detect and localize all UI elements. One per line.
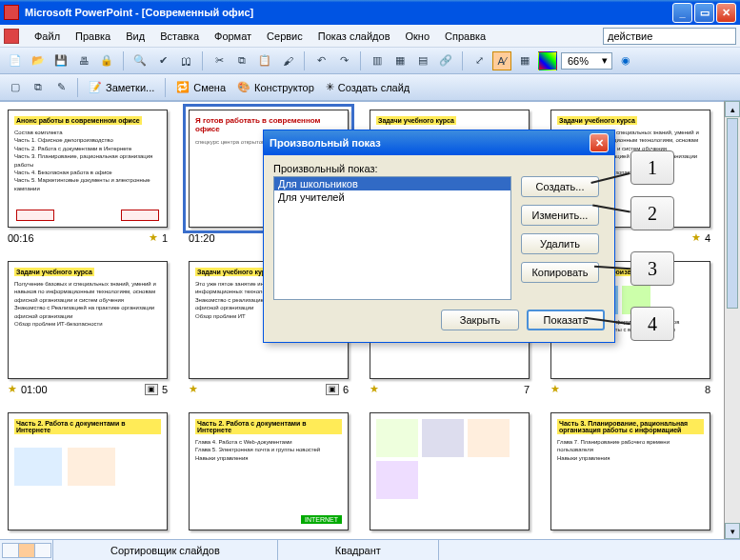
window-titlebar: Microsoft PowerPoint - [Современный офис… — [0, 0, 740, 25]
copy-icon[interactable]: ⧉ — [232, 51, 251, 70]
status-bar: Сортировщик слайдов Квадрант — [0, 539, 740, 560]
status-segment: Сортировщик слайдов — [53, 540, 278, 560]
show-button[interactable]: Показать — [527, 310, 605, 330]
table-icon[interactable]: ▦ — [390, 51, 410, 70]
menu-tools[interactable]: Сервис — [259, 28, 310, 45]
menu-bar: Файл Правка Вид Вставка Формат Сервис По… — [0, 25, 740, 48]
help-search-input[interactable] — [603, 28, 736, 45]
hyperlink-icon[interactable]: 🔗 — [436, 51, 455, 70]
callout-3: 3 — [630, 251, 674, 286]
callout-1: 1 — [630, 150, 674, 185]
expand-icon[interactable]: ⤢ — [470, 51, 489, 70]
slide-number: 8 — [705, 384, 710, 395]
menu-slideshow[interactable]: Показ слайдов — [310, 28, 398, 45]
menu-view[interactable]: Вид — [118, 28, 152, 45]
transition-label: Смена — [193, 82, 226, 93]
notes-button[interactable]: 📝 Заметки... — [85, 79, 158, 95]
animation-icon: ★ — [149, 231, 158, 244]
slide-number: 1 — [162, 232, 168, 244]
menu-file[interactable]: Файл — [27, 28, 68, 45]
new-icon[interactable]: 📄 — [6, 51, 25, 70]
designer-button[interactable]: 🎨 Конструктор — [233, 79, 318, 95]
delete-button[interactable]: Удалить — [521, 233, 599, 254]
paste-icon[interactable]: 📋 — [255, 51, 274, 70]
sorter-view-button[interactable] — [18, 543, 35, 558]
zoom-combo[interactable]: 66%▾ — [561, 52, 612, 70]
slide-thumbnail[interactable]: Часть 3. Планирование, рациональная орга… — [550, 412, 710, 530]
tables-borders-icon[interactable]: ▤ — [413, 51, 432, 70]
menu-edit[interactable]: Правка — [68, 28, 118, 45]
spellcheck-icon[interactable]: ✔ — [153, 51, 172, 70]
undo-icon[interactable]: ↶ — [311, 51, 330, 70]
hide-slide-icon[interactable]: ▢ — [6, 78, 25, 97]
open-icon[interactable]: 📂 — [29, 51, 48, 70]
slide-number: 5 — [162, 384, 168, 395]
slide-thumbnail[interactable]: Задачи учебного курсаПолучение базовых и… — [8, 261, 168, 395]
menu-help[interactable]: Справка — [437, 28, 493, 45]
animation-icon: ★ — [550, 383, 560, 395]
scroll-up-icon[interactable]: ▴ — [725, 101, 740, 117]
slide-title: Часть 2. Работа с документами в Интернет… — [14, 419, 161, 434]
normal-view-button[interactable] — [2, 543, 19, 558]
slide-time: 01:00 — [21, 384, 48, 395]
animation-icon: ★ — [189, 383, 198, 395]
copy-button[interactable]: Копировать — [521, 262, 599, 283]
slide-number: 6 — [343, 384, 349, 395]
scroll-down-icon[interactable]: ▾ — [725, 523, 740, 539]
slide-thumbnail[interactable]: Часть 2. Работа с документами в Интернет… — [8, 412, 168, 530]
permission-icon[interactable]: 🔒 — [97, 51, 116, 70]
summary-icon[interactable]: ✎ — [51, 78, 70, 97]
status-segment: Квадрант — [278, 540, 439, 560]
custom-show-listbox[interactable]: Для школьников Для учителей — [273, 176, 511, 300]
maximize-button[interactable]: ▭ — [694, 3, 714, 23]
designer-label: Конструктор — [254, 82, 314, 93]
menu-window[interactable]: Окно — [398, 28, 438, 45]
slide-time: 01:20 — [189, 232, 215, 244]
minimize-button[interactable]: _ — [672, 3, 692, 23]
format-painter-icon[interactable]: 🖌 — [278, 51, 297, 70]
help-icon[interactable]: ◉ — [616, 51, 635, 70]
redo-icon[interactable]: ↷ — [334, 51, 353, 70]
print-icon[interactable]: 🖶 — [74, 51, 93, 70]
slidesorter-toolbar: ▢ ⧉ ✎ 📝 Заметки... 🔁 Смена 🎨 Конструктор… — [0, 74, 740, 101]
slide-time: 00:16 — [8, 232, 34, 244]
internet-banner: INTERNET — [301, 515, 342, 524]
animation-icon: ★ — [370, 383, 379, 395]
save-icon[interactable]: 💾 — [51, 51, 70, 70]
dialog-title: Произвольный показ — [270, 137, 381, 149]
menu-format[interactable]: Формат — [207, 28, 259, 45]
close-button[interactable]: ✕ — [716, 3, 736, 23]
slide-thumbnail[interactable]: Анонс работы в современном офисе Состав … — [8, 110, 168, 244]
view-buttons — [0, 540, 53, 560]
edit-button[interactable]: Изменить... — [521, 205, 599, 226]
cut-icon[interactable]: ✂ — [210, 51, 229, 70]
menu-insert[interactable]: Вставка — [152, 28, 207, 45]
close-dialog-button[interactable]: Закрыть — [441, 310, 519, 330]
dialog-close-button[interactable]: ✕ — [590, 133, 609, 152]
list-option[interactable]: Для учителей — [274, 190, 510, 204]
animation-icon: ★ — [691, 231, 701, 244]
grid-icon[interactable]: ▦ — [515, 51, 534, 70]
research-icon[interactable]: 🕮 — [176, 51, 195, 70]
notes-label: Заметки... — [106, 82, 154, 93]
print-preview-icon[interactable]: 🔍 — [130, 51, 150, 70]
slide-thumbnail[interactable] — [370, 412, 530, 530]
transition-button[interactable]: 🔁 Смена — [172, 79, 230, 95]
new-slide-button[interactable]: ✳ Создать слайд — [322, 79, 413, 95]
document-icon — [4, 29, 19, 44]
slideshow-view-button[interactable] — [34, 543, 51, 558]
color-icon[interactable] — [538, 51, 557, 70]
scrollbar-thumb[interactable] — [727, 118, 738, 309]
chevron-down-icon: ▾ — [602, 54, 608, 67]
animation-icon: ★ — [8, 383, 17, 395]
rehearse-icon[interactable]: ⧉ — [29, 78, 48, 97]
create-button[interactable]: Создать... — [521, 176, 599, 197]
slide-title: Анонс работы в современном офисе — [14, 116, 142, 125]
slide-thumbnail[interactable]: Часть 2. Работа с документами в Интернет… — [189, 412, 349, 530]
transition-icon: ▣ — [326, 384, 339, 395]
show-formatting-icon[interactable]: A⁄ — [492, 51, 511, 70]
chart-icon[interactable]: ▥ — [368, 51, 387, 70]
list-option[interactable]: Для школьников — [274, 177, 510, 190]
transition-icon: ▣ — [145, 384, 158, 395]
vertical-scrollbar[interactable]: ▴ ▾ — [724, 101, 740, 539]
